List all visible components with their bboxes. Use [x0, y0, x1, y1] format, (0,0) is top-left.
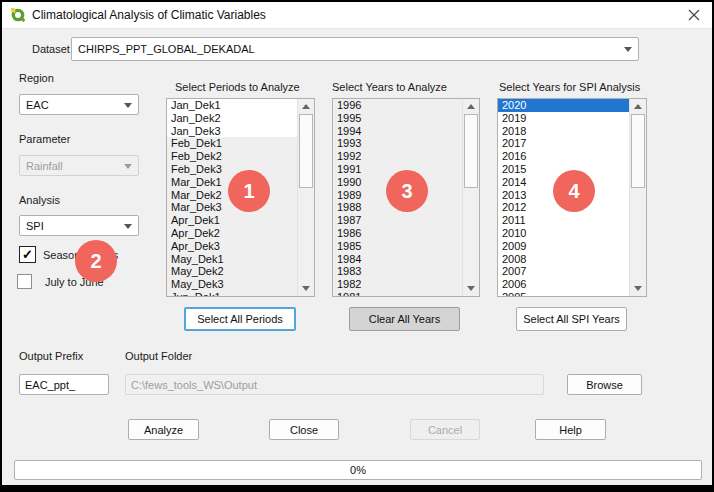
region-combobox[interactable]: EAC [19, 94, 139, 115]
progress-bar: 0% [14, 460, 702, 480]
scroll-up-icon[interactable] [463, 99, 479, 114]
list-item[interactable]: Apr_Dek2 [167, 227, 297, 240]
title-bar: Climatological Analysis of Climatic Vari… [2, 2, 712, 29]
clear-all-years-button[interactable]: Clear All Years [349, 307, 460, 331]
spi-years-scrollbar[interactable] [629, 99, 646, 296]
scroll-down-icon[interactable] [298, 281, 314, 296]
spi-years-list-label: Select Years for SPI Analysis [499, 81, 640, 93]
list-item[interactable]: 2005 [498, 291, 629, 296]
list-item[interactable]: 2010 [498, 227, 629, 240]
list-item[interactable]: 2011 [498, 214, 629, 227]
list-item[interactable]: May_Dek1 [167, 253, 297, 266]
cancel-button: Cancel [410, 419, 480, 440]
years-scrollbar[interactable] [462, 99, 479, 296]
analyze-button[interactable]: Analyze [128, 419, 199, 440]
list-item[interactable]: 1981 [333, 291, 462, 296]
parameter-label: Parameter [19, 133, 70, 145]
dataset-value: CHIRPS_PPT_GLOBAL_DEKADAL [78, 43, 255, 55]
list-item[interactable]: 1987 [333, 214, 462, 227]
list-item[interactable]: 2017 [498, 137, 629, 150]
periods-list-label: Select Periods to Analyze [175, 81, 300, 93]
parameter-combobox: Rainfall [19, 155, 139, 176]
list-item[interactable]: Feb_Dek2 [167, 150, 297, 163]
list-item[interactable]: 1992 [333, 150, 462, 163]
list-item[interactable]: 2006 [498, 278, 629, 291]
list-item[interactable]: 2019 [498, 112, 629, 125]
list-item[interactable]: Feb_Dek3 [167, 163, 297, 176]
step-badge-1: 1 [228, 170, 270, 212]
close-icon [688, 9, 700, 21]
list-item[interactable]: Feb_Dek1 [167, 137, 297, 150]
list-item[interactable]: Jan_Dek3 [167, 125, 297, 138]
output-prefix-input[interactable] [19, 374, 109, 395]
chevron-down-icon [624, 47, 632, 52]
dialog-climatological-analysis: Climatological Analysis of Climatic Vari… [0, 0, 714, 492]
chevron-down-icon [124, 164, 132, 169]
list-item[interactable]: May_Dek2 [167, 265, 297, 278]
app-logo-icon [10, 7, 26, 23]
list-item[interactable]: 2018 [498, 125, 629, 138]
output-prefix-label: Output Prefix [19, 350, 83, 362]
years-list-label: Select Years to Analyze [332, 81, 447, 93]
output-folder-label: Output Folder [125, 350, 192, 362]
list-item[interactable]: 1983 [333, 265, 462, 278]
scrollbar-thumb[interactable] [464, 114, 478, 188]
analysis-label: Analysis [19, 194, 60, 206]
select-all-spi-years-button[interactable]: Select All SPI Years [516, 307, 627, 331]
scrollbar-thumb[interactable] [299, 114, 313, 188]
dataset-combobox[interactable]: CHIRPS_PPT_GLOBAL_DEKADAL [71, 37, 639, 61]
scroll-up-icon[interactable] [630, 99, 646, 114]
close-dialog-button[interactable]: Close [269, 419, 339, 440]
scrollbar-thumb[interactable] [631, 114, 645, 188]
list-item[interactable]: Jan_Dek1 [167, 99, 297, 112]
scroll-down-icon[interactable] [630, 281, 646, 296]
analysis-combobox[interactable]: SPI [19, 215, 139, 236]
list-item[interactable]: 2009 [498, 240, 629, 253]
checkmark-icon: ✓ [22, 247, 33, 262]
list-item[interactable]: Jun_Dek1 [167, 291, 297, 296]
list-item[interactable]: 1996 [333, 99, 462, 112]
list-item[interactable]: 2008 [498, 253, 629, 266]
close-button[interactable] [686, 7, 702, 23]
help-button[interactable]: Help [535, 419, 606, 440]
list-item[interactable]: 1995 [333, 112, 462, 125]
list-item[interactable]: Apr_Dek3 [167, 240, 297, 253]
step-badge-3: 3 [386, 170, 428, 212]
list-item[interactable]: 1986 [333, 227, 462, 240]
step-badge-2: 2 [75, 240, 117, 282]
list-item[interactable]: 2007 [498, 265, 629, 278]
window-title: Climatological Analysis of Climatic Vari… [32, 8, 266, 22]
periods-scrollbar[interactable] [297, 99, 314, 296]
july-to-june-checkbox[interactable] [17, 274, 32, 289]
output-folder-field [125, 374, 544, 395]
scroll-up-icon[interactable] [298, 99, 314, 114]
select-all-periods-button[interactable]: Select All Periods [184, 307, 296, 331]
list-item[interactable]: 1985 [333, 240, 462, 253]
list-item[interactable]: 2020 [498, 99, 629, 112]
seasonal-totals-checkbox[interactable]: ✓ [19, 246, 36, 263]
browse-button[interactable]: Browse [567, 374, 642, 395]
list-item[interactable]: May_Dek3 [167, 278, 297, 291]
list-item[interactable]: 1994 [333, 125, 462, 138]
list-item[interactable]: 1984 [333, 253, 462, 266]
chevron-down-icon [124, 224, 132, 229]
dataset-label: Dataset [32, 43, 70, 55]
analysis-value: SPI [26, 220, 44, 232]
region-label: Region [19, 72, 54, 84]
list-item[interactable]: Jan_Dek2 [167, 112, 297, 125]
step-badge-4: 4 [553, 170, 595, 212]
parameter-value: Rainfall [26, 160, 63, 172]
list-item[interactable]: 1982 [333, 278, 462, 291]
list-item[interactable]: 2016 [498, 150, 629, 163]
scroll-down-icon[interactable] [463, 281, 479, 296]
progress-value: 0% [350, 464, 366, 476]
list-item[interactable]: Apr_Dek1 [167, 214, 297, 227]
list-item[interactable]: 1993 [333, 137, 462, 150]
region-value: EAC [26, 99, 49, 111]
chevron-down-icon [124, 103, 132, 108]
